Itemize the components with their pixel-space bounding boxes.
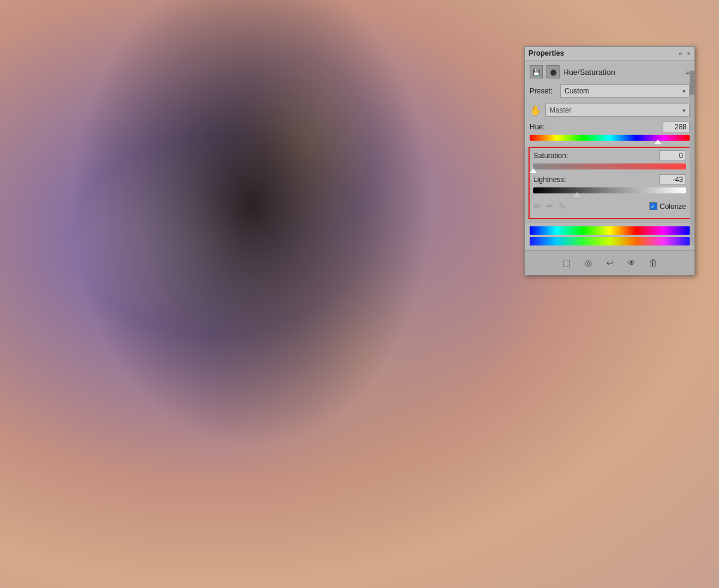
lightness-track[interactable] — [533, 187, 686, 193]
clip-to-layer-button[interactable]: ⬚ — [560, 256, 574, 270]
hue-track[interactable] — [530, 135, 690, 141]
colorize-checkbox-row[interactable]: ✓ Colorize — [649, 202, 686, 211]
colorize-checkbox[interactable]: ✓ — [649, 202, 657, 210]
properties-panel: Properties « × 💾 ⬤ Hue/Saturation ≡ Pres… — [524, 46, 695, 275]
preset-dropdown[interactable]: Custom ▾ — [560, 84, 690, 98]
eyedropper-sample-icon[interactable]: ✏ — [533, 201, 541, 212]
hue-section: Hue: 288 — [525, 119, 694, 147]
lightness-value-box[interactable]: -43 — [659, 174, 686, 185]
channel-row: ✋ Master ▾ — [525, 101, 694, 119]
preset-value: Custom — [564, 87, 589, 95]
lightness-value: -43 — [673, 175, 683, 184]
spectrum-bar-bottom — [530, 237, 690, 245]
lightness-label: Lightness: — [533, 175, 566, 184]
hue-label-row: Hue: 288 — [530, 122, 690, 132]
panel-header: 💾 ⬤ Hue/Saturation ≡ — [525, 60, 694, 81]
scrollbar-thumb[interactable] — [690, 71, 694, 95]
panel-scrollbar[interactable] — [690, 71, 694, 245]
save-adjustment-button[interactable]: 💾 — [530, 65, 543, 78]
hue-slider-row: Hue: 288 — [530, 122, 690, 141]
hue-value-box[interactable]: 288 — [663, 122, 690, 132]
saturation-label-row: Saturation: 0 — [533, 150, 686, 161]
collapse-icon[interactable]: « — [678, 50, 682, 57]
spectrum-bar-top — [530, 226, 690, 235]
preset-row: Preset: Custom ▾ — [525, 81, 694, 101]
colorize-label: Colorize — [660, 202, 686, 211]
checkbox-tick: ✓ — [651, 204, 655, 210]
close-icon[interactable]: × — [687, 50, 691, 57]
undo-button[interactable]: ↩ — [603, 256, 617, 270]
channel-dropdown[interactable]: Master ▾ — [545, 104, 690, 117]
hue-label: Hue: — [530, 123, 545, 131]
clip-icon: ⬚ — [563, 258, 570, 268]
eye-icon: 👁 — [627, 258, 636, 268]
panel-title-icons: « × — [678, 50, 691, 57]
saturation-value-box[interactable]: 0 — [659, 150, 686, 161]
visibility-icon: ◎ — [585, 258, 592, 268]
adjustment-icon: ⬤ — [550, 69, 557, 75]
undo-icon: ↩ — [606, 258, 614, 268]
hue-value: 288 — [675, 123, 687, 131]
eyedropper-icons: ✏ ✒ ✎ — [533, 201, 566, 212]
spectrum-section — [525, 223, 694, 250]
panel-titlebar: Properties « × — [525, 47, 694, 60]
toggle-visibility-button[interactable]: ◎ — [581, 256, 596, 270]
adjustment-type-button[interactable]: ⬤ — [546, 65, 560, 78]
saturation-value: 0 — [679, 151, 683, 160]
channel-value: Master — [549, 106, 572, 114]
save-icon: 💾 — [533, 69, 540, 75]
saturation-lightness-section: Saturation: 0 Lightness: -43 — [528, 147, 691, 219]
saturation-track[interactable] — [533, 163, 686, 169]
lightness-thumb[interactable] — [573, 192, 581, 197]
delete-icon: 🗑 — [649, 258, 657, 268]
hue-thumb[interactable] — [654, 140, 661, 144]
panel-toolbar: ⬚ ◎ ↩ 👁 🗑 — [525, 250, 694, 275]
channel-dropdown-arrow: ▾ — [682, 107, 685, 114]
hand-icon: ✋ — [530, 105, 542, 116]
adjustment-type-label: Hue/Saturation — [563, 68, 615, 77]
colorize-row: ✏ ✒ ✎ ✓ Colorize — [533, 198, 686, 216]
lightness-slider-row: Lightness: -43 — [533, 174, 686, 193]
panel-title: Properties — [528, 49, 564, 57]
eyedropper-remove-icon[interactable]: ✎ — [558, 201, 566, 212]
eye-button[interactable]: 👁 — [624, 256, 639, 270]
lightness-label-row: Lightness: -43 — [533, 174, 686, 185]
preset-dropdown-arrow: ▾ — [682, 88, 685, 95]
saturation-slider-row: Saturation: 0 — [533, 150, 686, 169]
eyedropper-add-icon[interactable]: ✒ — [546, 201, 554, 212]
saturation-label: Saturation: — [533, 151, 568, 160]
saturation-thumb[interactable] — [530, 168, 537, 173]
delete-button[interactable]: 🗑 — [646, 256, 660, 270]
preset-label: Preset: — [530, 87, 557, 95]
